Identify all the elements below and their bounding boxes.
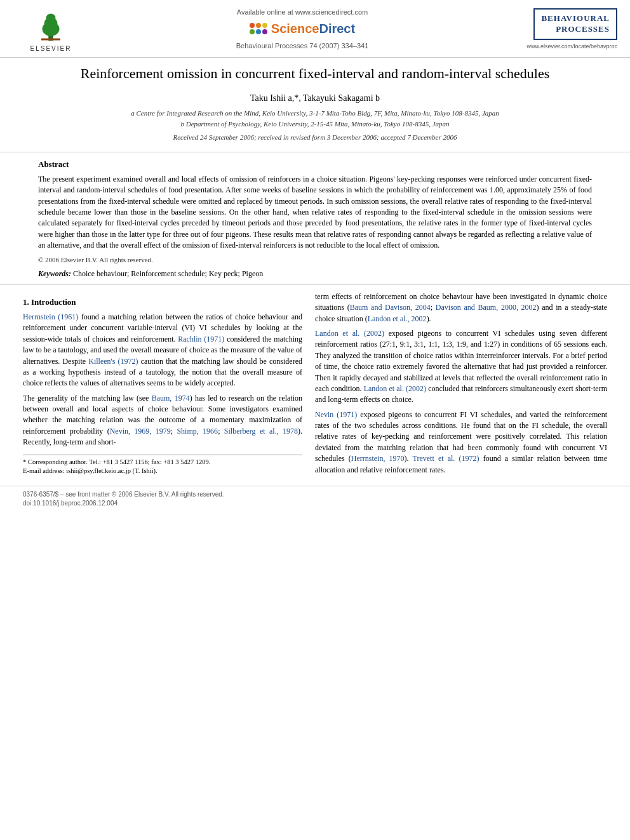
keywords-values: Choice behaviour; Reinforcement schedule… [73, 269, 263, 278]
affiliation-a: a Centre for Integrated Research on the … [38, 108, 592, 119]
sd-dot-1 [250, 23, 255, 28]
available-online-text: Available online at www.sciencedirect.co… [89, 8, 516, 17]
column-left: 1. Introduction Herrnstein (1961) found … [23, 291, 302, 479]
keywords-label: Keywords: [38, 269, 71, 278]
main-body: 1. Introduction Herrnstein (1961) found … [0, 285, 630, 486]
footnote-corresponding: * Corresponding author. Tel.: +81 3 5427… [23, 458, 302, 467]
elsevier-text: ELSEVIER [30, 44, 72, 53]
section1-para2-cont: term effects of reinforcement on choice … [315, 291, 607, 324]
ref-herrnstein1970[interactable]: Herrnstein, 1970 [351, 454, 405, 463]
sd-dot-5 [256, 29, 261, 34]
ref-killeen1972[interactable]: Killeen's (1972) [88, 357, 138, 366]
keywords: Keywords: Choice behaviour; Reinforcemen… [38, 269, 592, 279]
ref-rachlin1971[interactable]: Rachlin (1971) [178, 335, 224, 343]
bp-logo-section: BehaviouralProcesses www.elsevier.com/lo… [516, 8, 617, 50]
ref-shimp1966[interactable]: Shimp, 1966 [177, 427, 218, 436]
sd-dots-icon [250, 23, 267, 34]
page: ELSEVIER Available online at www.science… [0, 0, 630, 840]
svg-point-3 [46, 14, 56, 23]
sciencedirect-logo: ScienceDirect [89, 20, 516, 37]
ref-landon2002b[interactable]: Landon et al. (2002) [315, 329, 384, 338]
page-header: ELSEVIER Available online at www.science… [0, 0, 630, 58]
ref-davison-baum2000[interactable]: Davison and Baum, 2000, 2002 [436, 303, 537, 312]
svg-rect-4 [41, 39, 60, 41]
sd-dot-2 [256, 23, 261, 28]
elsevier-tree-icon [32, 5, 70, 43]
section1-title: 1. Introduction [23, 297, 302, 308]
page-footer: 0376-6357/$ – see front matter © 2006 El… [0, 486, 630, 512]
bp-title: BehaviouralProcesses [541, 13, 610, 35]
footnote-section: * Corresponding author. Tel.: +81 3 5427… [23, 455, 302, 476]
ref-trevett1972[interactable]: Trevett et al. (1972) [413, 454, 479, 463]
article-title: Reinforcement omission in concurrent fix… [38, 64, 592, 83]
journal-name: Behavioural Processes 74 (2007) 334–341 [89, 41, 516, 51]
footer-issn: 0376-6357/$ – see front matter © 2006 El… [23, 490, 607, 499]
column-right: term effects of reinforcement on choice … [315, 291, 607, 479]
ref-landon2002a[interactable]: Landon et al., 2002 [368, 314, 427, 323]
ref-nevin1969[interactable]: Nevin, 1969, 1979 [110, 427, 171, 436]
ref-herrnstein1961[interactable]: Herrnstein (1961) [23, 312, 78, 321]
sd-dot-3 [262, 23, 267, 28]
ref-baum1974[interactable]: Baum, 1974 [152, 394, 190, 403]
received-dates: Received 24 September 2006; received in … [38, 133, 592, 142]
copyright: © 2006 Elsevier B.V. All rights reserved… [38, 255, 592, 265]
section1-para3: Landon et al. (2002) exposed pigeons to … [315, 328, 607, 406]
bp-logo: BehaviouralProcesses [533, 8, 617, 40]
ref-nevin1971[interactable]: Nevin (1971) [315, 410, 357, 419]
sd-dot-4 [250, 29, 255, 34]
sd-dot-6 [262, 29, 267, 34]
bp-url: www.elsevier.com/locate/behavproc [516, 43, 617, 51]
abstract-text: The present experiment examined overall … [38, 174, 592, 251]
section1-para4: Nevin (1971) exposed pigeons to concurre… [315, 410, 607, 476]
ref-silberberg1978[interactable]: Silberberg et al., 1978 [224, 427, 298, 436]
elsevier-logo-section: ELSEVIER [13, 5, 89, 53]
elsevier-logo: ELSEVIER [13, 5, 89, 53]
header-center: Available online at www.sciencedirect.co… [89, 8, 516, 51]
section1-para1: Herrnstein (1961) found a matching relat… [23, 312, 302, 389]
authors: Taku Ishii a,*, Takayuki Sakagami b [38, 92, 592, 105]
affiliation-b: b Department of Psychology, Keio Univers… [38, 119, 592, 130]
article-header: Reinforcement omission in concurrent fix… [0, 58, 630, 152]
affiliations: a Centre for Integrated Research on the … [38, 108, 592, 129]
section1-para2: The generality of the matching law (see … [23, 393, 302, 448]
abstract-section: Abstract The present experiment examined… [0, 152, 630, 285]
ref-landon2002c[interactable]: Landon et al. (2002) [364, 384, 426, 393]
footer-doi: doi:10.1016/j.beproc.2006.12.004 [23, 499, 607, 508]
sciencedirect-name: ScienceDirect [271, 20, 355, 37]
ref-baum-davison2004[interactable]: Baum and Davison, 2004 [350, 303, 431, 312]
abstract-title: Abstract [38, 159, 592, 170]
footnote-email: E-mail address: ishii@psy.flet.keio.ac.j… [23, 467, 302, 476]
